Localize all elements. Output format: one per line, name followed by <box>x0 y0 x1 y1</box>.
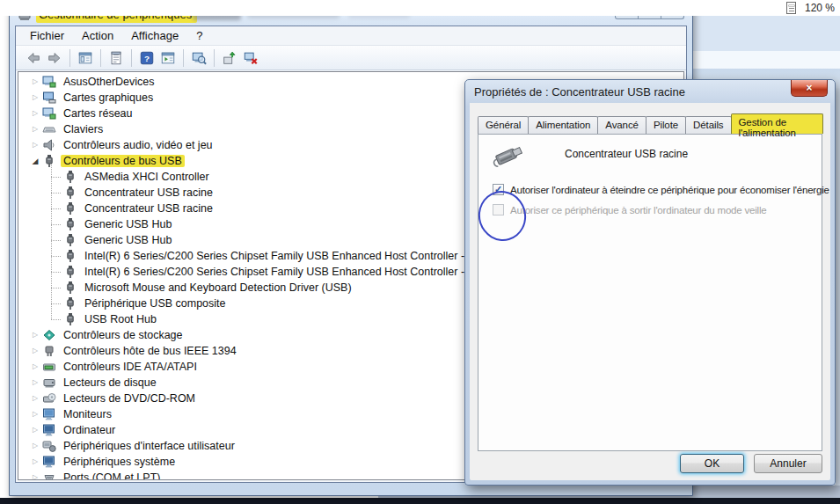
tree-item-label[interactable]: Moniteurs <box>61 408 114 420</box>
expander-icon[interactable]: ▷ <box>29 422 41 438</box>
menu-item[interactable]: ? <box>187 26 211 45</box>
tab-pilote[interactable]: Pilote <box>646 116 686 134</box>
tab-gestion-de-l-alimentation[interactable]: Gestion de l'alimentation <box>731 113 824 134</box>
expander-icon[interactable]: ▷ <box>29 90 41 106</box>
computer-icon <box>42 423 56 437</box>
monitor-card-icon <box>42 91 56 105</box>
expander-icon[interactable]: ▷ <box>29 406 41 422</box>
usb-icon <box>63 312 77 326</box>
expander-icon[interactable]: ▷ <box>29 470 41 480</box>
speaker-icon <box>42 138 56 152</box>
expander-icon[interactable]: ▷ <box>29 74 41 90</box>
tree-item-label[interactable]: Contrôleurs audio, vidéo et jeu <box>61 139 215 151</box>
expander-icon[interactable]: ▷ <box>29 375 41 391</box>
tree-item-label[interactable]: Generic USB Hub <box>82 234 174 246</box>
power-management-tab-page: Concentrateur USB racine Autoriser l'ord… <box>478 134 822 451</box>
usb-icon <box>63 233 77 247</box>
tree-item-label[interactable]: Generic USB Hub <box>82 218 174 230</box>
tree-item-label[interactable]: Claviers <box>61 123 106 135</box>
usb-icon <box>63 201 77 215</box>
show-window-icon[interactable] <box>158 48 178 68</box>
expander-icon[interactable]: ▷ <box>29 359 41 375</box>
scan-hardware-icon[interactable] <box>189 48 208 68</box>
usb-icon <box>42 154 56 168</box>
tree-item-label[interactable]: Périphérique USB composite <box>82 297 229 310</box>
tab-g-n-ral[interactable]: Général <box>478 116 529 134</box>
expander-icon[interactable]: ▷ <box>29 454 41 470</box>
expander-icon[interactable]: ▷ <box>29 438 41 454</box>
viewer-top-strip: 120 % <box>0 0 840 16</box>
device-name: Concentrateur USB racine <box>565 148 688 160</box>
tree-item-label[interactable]: Cartes réseau <box>61 107 135 120</box>
disk-icon <box>42 376 56 390</box>
tree-item-label[interactable]: Microsoft Mouse and Keyboard Detection D… <box>82 281 354 294</box>
toolbar-separator <box>183 49 184 67</box>
tree-item-label[interactable]: Concentrateur USB racine <box>82 202 215 215</box>
toolbar-separator <box>214 49 215 67</box>
tree-item-label[interactable]: Ports (COM et LPT) <box>61 471 163 480</box>
tree-item-label[interactable]: Concentrateur USB racine <box>82 186 215 199</box>
usb-icon <box>63 186 77 200</box>
tab-avanc-[interactable]: Avancé <box>597 116 646 134</box>
tree-item-label[interactable]: Lecteurs de disque <box>61 376 159 389</box>
back-icon[interactable] <box>24 48 43 68</box>
tree-item-label[interactable]: Périphériques d'interface utilisateur <box>61 440 237 452</box>
toolbar-separator <box>100 49 101 67</box>
dialog-title-bar[interactable]: Propriétés de : Concentrateur USB racine <box>465 80 835 103</box>
expander-icon[interactable]: ◢ <box>29 153 41 169</box>
page-icon <box>786 2 796 14</box>
usb-icon <box>63 281 77 295</box>
expander-icon[interactable]: ▷ <box>29 106 41 121</box>
zoom-control[interactable]: 120 % <box>786 1 835 15</box>
toolbar: ? <box>16 46 686 70</box>
usb-icon <box>63 217 77 231</box>
storage-icon <box>42 328 56 342</box>
menu-item[interactable]: Affichage <box>122 26 187 45</box>
allow-wake-label: Autoriser ce périphérique à sortir l'ord… <box>510 205 767 215</box>
tree-item-label[interactable]: ASMedia XHCI Controller <box>82 171 212 183</box>
expander-icon[interactable]: ▷ <box>29 391 41 406</box>
zoom-level[interactable]: 120 % <box>805 2 835 14</box>
menu-item[interactable]: Action <box>73 26 122 45</box>
dialog-buttons: OK Annuler <box>680 454 822 473</box>
expander-icon[interactable]: ▷ <box>29 327 41 343</box>
port-icon <box>42 471 56 480</box>
tree-item-label[interactable]: Ordinateur <box>61 424 118 436</box>
usb-icon <box>63 249 77 263</box>
cancel-button[interactable]: Annuler <box>754 454 822 473</box>
tab-d-tails[interactable]: Détails <box>685 116 731 134</box>
tab-strip: GénéralAlimentationAvancéPiloteDétailsGe… <box>478 114 822 134</box>
properties-icon[interactable] <box>106 48 126 68</box>
tree-item-label[interactable]: Lecteurs de DVD/CD-ROM <box>61 392 198 405</box>
tree-item-label[interactable]: USB Root Hub <box>82 313 159 325</box>
tree-item-label[interactable]: Cartes graphiques <box>61 91 156 104</box>
allow-poweroff-row: Autoriser l'ordinateur à éteindre ce pér… <box>493 184 829 195</box>
usb-connector-icon <box>491 142 528 168</box>
computer-icon <box>42 455 56 469</box>
update-driver-icon[interactable] <box>220 48 239 68</box>
tree-item-label[interactable]: Intel(R) 6 Series/C200 Series Chipset Fa… <box>82 266 499 278</box>
tree-item-label[interactable]: AsusOtherDevices <box>61 76 157 88</box>
console-tree-icon[interactable] <box>76 48 95 68</box>
tree-item-label[interactable]: Périphériques système <box>61 456 178 468</box>
ok-button[interactable]: OK <box>680 454 744 473</box>
tree-item-label[interactable]: Contrôleurs de bus USB <box>61 155 185 167</box>
expander-icon[interactable]: ▷ <box>29 121 41 137</box>
dialog-close-button[interactable]: × <box>791 80 828 97</box>
usb-icon <box>63 170 77 184</box>
tab-alimentation[interactable]: Alimentation <box>528 116 598 134</box>
network-computer-icon <box>42 75 56 89</box>
tree-item-label[interactable]: Intel(R) 6 Series/C200 Series Chipset Fa… <box>82 250 496 262</box>
dialog-body: GénéralAlimentationAvancéPiloteDétailsGe… <box>470 103 830 480</box>
tree-item-label[interactable]: Contrôleurs hôte de bus IEEE 1394 <box>61 345 239 357</box>
expander-icon[interactable]: ▷ <box>29 137 41 153</box>
help-icon[interactable]: ? <box>137 48 157 68</box>
expander-icon[interactable]: ▷ <box>29 343 41 359</box>
toolbar-separator <box>131 49 132 67</box>
menu-item[interactable]: Fichier <box>21 26 73 45</box>
tree-item-label[interactable]: Contrôleurs IDE ATA/ATAPI <box>61 361 200 373</box>
tree-item-label[interactable]: Contrôleurs de stockage <box>61 329 186 341</box>
forward-icon[interactable] <box>45 48 64 68</box>
ide-icon <box>42 360 56 374</box>
uninstall-device-icon[interactable] <box>241 48 260 68</box>
